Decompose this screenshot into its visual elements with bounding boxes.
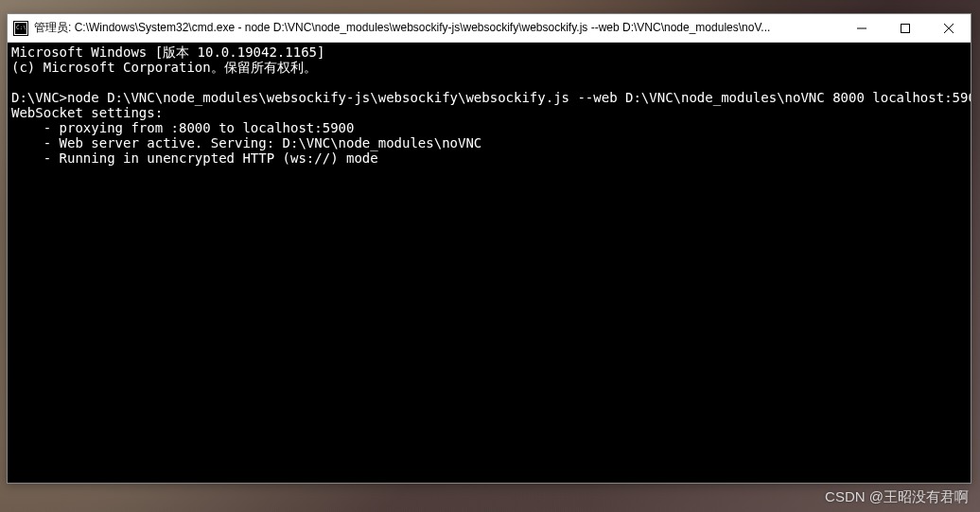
window-title: 管理员: C:\Windows\System32\cmd.exe - node …: [34, 20, 840, 36]
terminal-line: (c) Microsoft Corporation。保留所有权利。: [11, 60, 967, 75]
terminal-output[interactable]: Microsoft Windows [版本 10.0.19042.1165](c…: [8, 43, 971, 483]
close-button[interactable]: [927, 14, 971, 42]
terminal-line: Microsoft Windows [版本 10.0.19042.1165]: [11, 44, 967, 60]
terminal-line: WebSocket settings:: [11, 105, 967, 120]
cmd-icon: C:\: [13, 21, 28, 36]
window-controls: [840, 14, 971, 42]
minimize-button[interactable]: [840, 14, 884, 42]
maximize-button[interactable]: [884, 14, 927, 42]
svg-rect-5: [901, 24, 910, 32]
watermark-text: CSDN @王昭没有君啊: [825, 488, 969, 506]
titlebar[interactable]: C:\ 管理员: C:\Windows\System32\cmd.exe - n…: [8, 14, 971, 43]
terminal-line: - Web server active. Serving: D:\VNC\nod…: [11, 135, 967, 150]
terminal-line: D:\VNC>node D:\VNC\node_modules\websocki…: [11, 90, 967, 105]
terminal-line: - proxying from :8000 to localhost:5900: [11, 120, 967, 135]
svg-text:C:\: C:\: [16, 24, 26, 30]
terminal-line: - Running in unencrypted HTTP (ws://) mo…: [11, 150, 967, 166]
terminal-line: [11, 75, 967, 90]
cmd-window: C:\ 管理员: C:\Windows\System32\cmd.exe - n…: [7, 13, 971, 484]
